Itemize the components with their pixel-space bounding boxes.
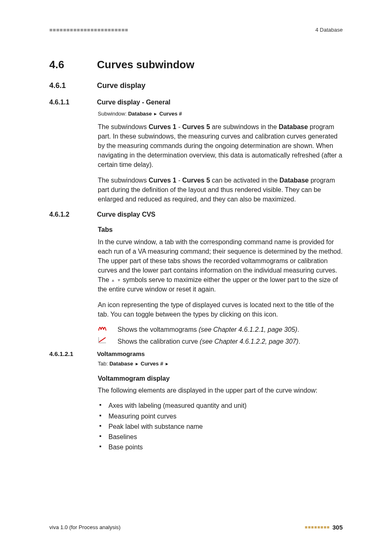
expand-up-icon: ▲ [111,278,115,284]
text: - [176,177,182,184]
text: Shows the calibration curve [118,338,200,345]
paragraph: The subwindows Curves 1 - Curves 5 can b… [98,176,343,204]
curves-5-label: Curves 5 [182,123,210,130]
section-4-6-1-2-1-body: Tab: Database ▸ Curves # ▸ Voltammogram … [98,360,343,452]
voltammogram-display-subheading: Voltammogram display [98,374,343,383]
tabs-subheading: Tabs [98,225,343,234]
breadcrumb-arrow-icon: ▸ [166,360,168,368]
voltammogram-icon [98,325,107,331]
section-4-6-1-2-body: Tabs In the curve window, a tab with the… [98,225,343,346]
expand-down-icon: ▼ [117,278,121,284]
footer-doc-title: viva 1.0 (for Process analysis) [49,524,120,532]
heading-title: Curve display [97,80,145,91]
paragraph: An icon representing the type of display… [98,300,343,319]
voltammogram-description: Shows the voltammograms (see Chapter 4.6… [118,325,343,334]
voltammogram-elements-list: Axes with labeling (measured quantity an… [98,401,343,452]
page-footer: viva 1.0 (for Process analysis) ■■■■■■■■… [49,523,343,532]
subwindow-database: Database [128,111,152,117]
heading-title: Curve display CVS [97,210,155,219]
database-label: Database [279,123,308,130]
heading-4-6-1-1: 4.6.1.1 Curve display - General [49,97,343,107]
footer-decorative-bars: ■■■■■■■■ [305,524,330,531]
voltammogram-icon-row: Shows the voltammograms (see Chapter 4.6… [98,325,343,334]
heading-title: Voltammograms [97,349,145,358]
text: The subwindows [98,123,149,130]
paragraph: The following elements are displayed in … [98,386,343,395]
curves-5-label: Curves 5 [182,177,210,184]
list-item: Axes with labeling (measured quantity an… [98,401,343,410]
text: Shows the voltammograms [118,326,198,333]
subwindow-curves: Curves # [159,111,182,117]
cross-reference: (see Chapter 4.6.1.2.1, page 305) [198,326,297,333]
heading-title: Curves subwindow [97,57,194,73]
heading-title: Curve display - General [97,97,171,107]
text: - [176,123,182,130]
breadcrumb-arrow-icon: ▸ [154,110,157,118]
list-item: Peak label with substance name [98,422,343,431]
page-number: 305 [332,523,343,532]
heading-number: 4.6.1.2 [49,210,82,219]
text: . [297,326,299,333]
database-label: Database [279,177,309,184]
text: . [298,338,300,345]
heading-4-6-1-2-1: 4.6.1.2.1 Voltammograms [49,349,343,358]
subwindow-path: Subwindow: Database ▸ Curves # [98,110,343,118]
calibration-curve-icon [98,337,107,343]
text: The subwindows [98,177,149,184]
page-header: ■■■■■■■■■■■■■■■■■■■■■■■ 4 Database [49,26,343,34]
tab-prefix: Tab: [98,361,109,367]
heading-number: 4.6 [49,57,82,73]
list-item: Base points [98,442,343,452]
subwindow-prefix: Subwindow: [98,111,128,117]
calibration-icon-row: Shows the calibration curve (see Chapter… [98,337,343,346]
heading-number: 4.6.1 [49,80,82,91]
paragraph: The subwindows Curves 1 - Curves 5 are s… [98,122,343,170]
heading-4-6-1-2: 4.6.1.2 Curve display CVS [49,210,343,219]
section-4-6-1-1-body: Subwindow: Database ▸ Curves # The subwi… [98,110,343,204]
footer-right: ■■■■■■■■ 305 [305,523,343,532]
tab-path: Tab: Database ▸ Curves # ▸ [98,360,343,368]
page: ■■■■■■■■■■■■■■■■■■■■■■■ 4 Database 4.6 C… [0,0,392,555]
paragraph: In the curve window, a tab with the corr… [98,237,343,294]
list-item: Measuring point curves [98,412,343,421]
tab-database: Database [109,361,133,367]
curves-1-label: Curves 1 [149,177,177,184]
heading-number: 4.6.1.1 [49,97,82,107]
heading-4-6-1: 4.6.1 Curve display [49,80,343,91]
tab-curves: Curves # [141,361,163,367]
list-item: Baselines [98,432,343,442]
header-decorative-bars: ■■■■■■■■■■■■■■■■■■■■■■■ [49,26,128,34]
heading-number: 4.6.1.2.1 [49,349,82,358]
calibration-description: Shows the calibration curve (see Chapter… [118,337,343,346]
text: can be activated in the [210,177,279,184]
cross-reference: (see Chapter 4.6.1.2.2, page 307) [200,338,298,345]
header-chapter-label: 4 Database [316,26,343,34]
heading-4-6: 4.6 Curves subwindow [49,57,343,73]
curves-1-label: Curves 1 [149,123,177,130]
text: symbols serve to maximize either the upp… [98,276,338,293]
breadcrumb-arrow-icon: ▸ [136,360,138,368]
text: are subwindows in the [210,123,279,130]
